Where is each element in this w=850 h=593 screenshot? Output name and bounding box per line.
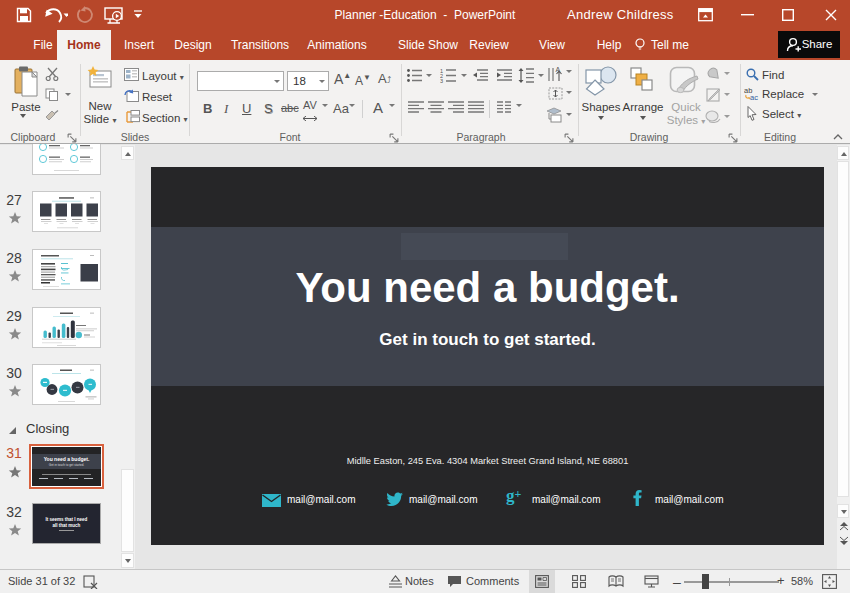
svg-text:A: A: [556, 66, 561, 73]
svg-text:3: 3: [440, 78, 443, 83]
svg-text:ac: ac: [750, 93, 758, 101]
